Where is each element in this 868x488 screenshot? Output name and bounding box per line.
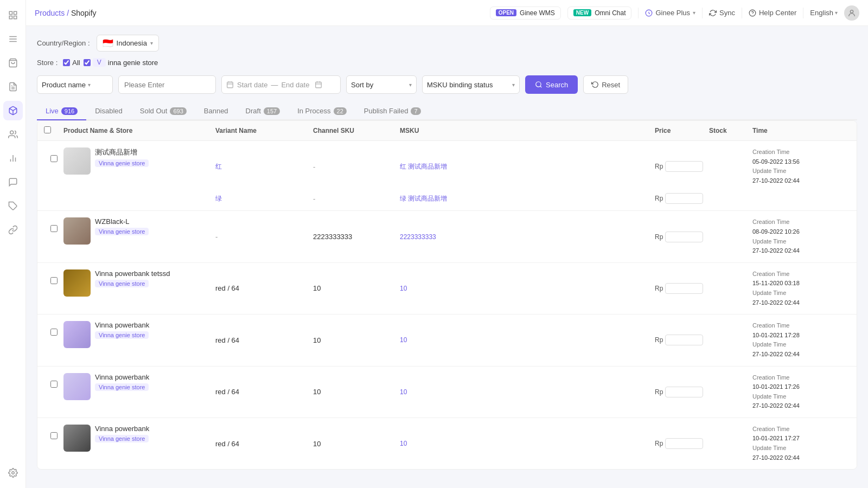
table-row: 测试商品新增 Vinna genie store 红 - 红 测试商品新增 Rp	[37, 141, 857, 211]
row-checkbox[interactable]	[50, 381, 58, 388]
row-checkbox-col	[44, 217, 63, 232]
price-input[interactable]	[665, 193, 703, 204]
ginee-plus-link[interactable]: Ginee Plus ▾	[645, 9, 695, 17]
select-all-checkbox[interactable]	[44, 126, 51, 133]
store-all-checkbox[interactable]: All	[63, 59, 80, 67]
chat-label: Omni Chat	[595, 9, 626, 17]
price-cell: Rp	[655, 161, 709, 172]
price-input[interactable]	[665, 161, 703, 172]
product-info-cell: 测试商品新增 Vinna genie store	[63, 147, 215, 175]
lang-chevron: ▾	[835, 10, 838, 16]
sidebar-item-cart[interactable]	[3, 53, 23, 73]
tab-publishfailed-label: Publish Failed	[364, 107, 409, 115]
price-input[interactable]	[665, 232, 703, 242]
sidebar-item-home[interactable]	[3, 5, 23, 25]
time-cell: Creation Time 10-01-2021 17:26 Update Ti…	[752, 373, 850, 411]
svg-rect-3	[14, 16, 16, 19]
tab-live[interactable]: Live 916	[37, 102, 86, 120]
store-filter-row: Store : All V inna genie store	[37, 58, 857, 67]
store-vinna-checkbox[interactable]: V inna genie store	[84, 58, 158, 67]
msku-value[interactable]: 10	[400, 336, 655, 344]
product-name: Vinna powerbank	[95, 373, 149, 381]
sidebar-item-promotions[interactable]	[3, 196, 23, 216]
row-checkbox[interactable]	[50, 432, 58, 439]
sidebar-item-menu[interactable]	[3, 29, 23, 49]
tab-disabled[interactable]: Disabled	[86, 102, 131, 120]
tab-publishfailed[interactable]: Publish Failed 7	[355, 102, 430, 120]
tab-draft[interactable]: Draft 157	[237, 102, 289, 120]
sync-label: Sync	[719, 9, 735, 17]
user-avatar[interactable]	[844, 5, 859, 21]
product-image	[63, 373, 91, 400]
table-row: Vinna powerbank tetssd Vinna genie store…	[37, 263, 857, 314]
tab-live-count: 916	[61, 107, 78, 115]
search-field-selector[interactable]: Product name ▾	[37, 75, 113, 94]
price-cell: Rp	[655, 335, 709, 345]
store-all-input[interactable]	[63, 59, 70, 66]
msku-label: MSKU binding status	[427, 81, 493, 89]
tab-live-label: Live	[46, 107, 59, 115]
header-stock: Stock	[709, 127, 752, 134]
channel-sku: 10	[313, 284, 400, 292]
sidebar-item-link[interactable]	[3, 220, 23, 240]
product-image	[63, 425, 91, 452]
page-content: Country/Region : 🇮🇩 Indonesia ▾ Store : …	[26, 26, 868, 488]
search-button[interactable]: Search	[525, 75, 578, 94]
ginee-plus-chevron: ▾	[693, 10, 695, 16]
sort-selector[interactable]: Sort by ▾	[346, 75, 417, 94]
date-range-picker[interactable]: Start date — End date	[221, 75, 341, 94]
msku-value[interactable]: 10	[400, 285, 655, 292]
table-row: Vinna powerbank Vinna genie store red / …	[37, 418, 857, 469]
price-input[interactable]	[665, 283, 703, 294]
msku-value[interactable]: 2223333333	[400, 233, 655, 241]
msku-value[interactable]: 红 测试商品新增	[400, 162, 655, 171]
price-input[interactable]	[665, 438, 703, 449]
sidebar-item-orders[interactable]	[3, 77, 23, 97]
msku-value[interactable]: 10	[400, 388, 655, 396]
row-checkbox[interactable]	[50, 277, 58, 284]
product-info-cell: WZBlack-L Vinna genie store	[63, 217, 215, 245]
header-time: Time	[752, 127, 850, 134]
country-selector[interactable]: 🇮🇩 Indonesia ▾	[97, 35, 159, 52]
table-row: Vinna powerbank Vinna genie store red / …	[37, 367, 857, 418]
header-price: Price	[655, 127, 709, 134]
svg-point-29	[536, 82, 541, 87]
sync-button[interactable]: Sync	[709, 9, 735, 17]
sidebar-item-settings[interactable]	[3, 463, 23, 483]
row-checkbox[interactable]	[50, 155, 58, 162]
country-filter-row: Country/Region : 🇮🇩 Indonesia ▾	[37, 35, 857, 52]
sidebar-item-users[interactable]	[3, 125, 23, 144]
language-selector[interactable]: English ▾	[810, 9, 838, 17]
sidebar-item-products[interactable]	[3, 101, 23, 120]
time-cell: Creation Time 05-09-2022 13:56 Update Ti…	[752, 147, 850, 185]
search-btn-label: Search	[546, 81, 568, 89]
row-checkbox[interactable]	[50, 329, 58, 336]
msku-status-selector[interactable]: MSKU binding status ▾	[422, 75, 520, 94]
reset-btn-label: Reset	[602, 81, 620, 89]
store-vinna-input[interactable]	[84, 59, 91, 66]
date-start: Start date	[237, 81, 267, 89]
product-info-cell: Vinna powerbank Vinna genie store	[63, 425, 215, 452]
ginee-wms-button[interactable]: OPEN Ginee WMS	[490, 7, 561, 20]
chat-new-badge: NEW	[573, 9, 591, 16]
svg-rect-1	[14, 11, 16, 14]
help-center-link[interactable]: Help Center	[749, 9, 796, 17]
tab-inprocess[interactable]: In Process 22	[289, 102, 355, 120]
row-checkbox[interactable]	[50, 225, 58, 232]
tab-banned[interactable]: Banned	[195, 102, 237, 120]
price-input[interactable]	[665, 335, 703, 345]
price-input[interactable]	[665, 387, 703, 397]
country-value: Indonesia	[117, 39, 147, 47]
search-input[interactable]	[118, 75, 216, 94]
omni-chat-button[interactable]: NEW Omni Chat	[567, 7, 632, 20]
msku-value[interactable]: 10	[400, 440, 655, 447]
reset-button[interactable]: Reset	[583, 75, 628, 94]
flag-icon: 🇮🇩	[103, 38, 113, 48]
msku-value[interactable]: 绿 测试商品新增	[400, 194, 655, 203]
tab-soldout[interactable]: Sold Out 693	[131, 102, 195, 120]
date-separator: —	[271, 81, 278, 89]
main-content: Products / Shopify OPEN Ginee WMS NEW Om…	[26, 0, 868, 488]
sidebar-item-messages[interactable]	[3, 172, 23, 192]
sidebar-item-analytics[interactable]	[3, 149, 23, 168]
nav-divider-3	[742, 8, 742, 18]
